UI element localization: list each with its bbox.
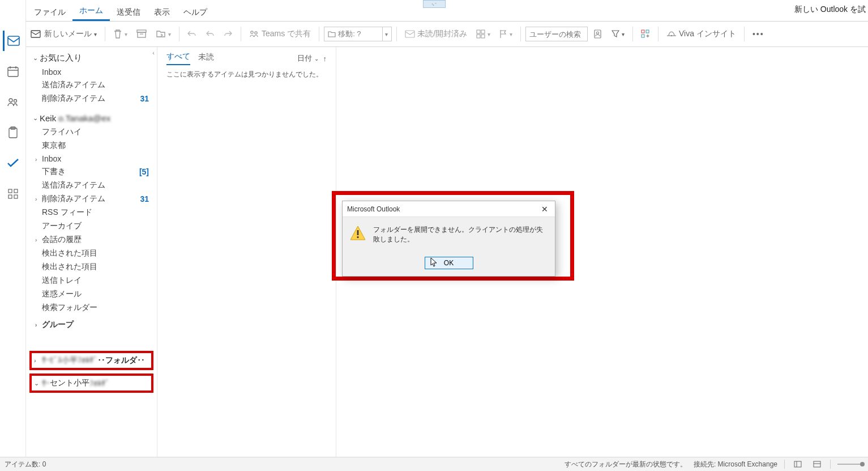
- viva-label: Viva インサイト: [679, 29, 736, 39]
- categorize-button[interactable]: ▾: [473, 24, 494, 44]
- folder-rss[interactable]: RSS フィード: [26, 206, 157, 219]
- collapse-nav-icon[interactable]: ‹: [152, 49, 155, 56]
- folder-deleted-fav[interactable]: 削除済みアイテム31: [26, 92, 157, 105]
- svg-point-4: [251, 31, 253, 33]
- folder-tokyo[interactable]: 東京都: [26, 139, 157, 152]
- try-new-outlook[interactable]: 新しい Outlook を試: [794, 5, 866, 15]
- teams-share-label: Teams で共有: [262, 29, 311, 39]
- undo-button[interactable]: [184, 24, 200, 44]
- separator: [658, 27, 659, 41]
- forward-button[interactable]: [220, 24, 236, 44]
- svg-rect-9: [477, 35, 480, 38]
- favorites-header[interactable]: ⌄お気に入り: [26, 50, 157, 66]
- archive-button[interactable]: [133, 24, 150, 44]
- folder-drafts[interactable]: 下書き[5]: [26, 165, 157, 179]
- separator: [520, 27, 521, 41]
- svg-point-23: [14, 100, 16, 103]
- secondary-account-2[interactable]: ⌄ｻｰ セント小平ﾌｫﾙﾀﾞ: [29, 374, 153, 393]
- move-to-dropdown[interactable]: ▾: [382, 27, 390, 41]
- folder-sent[interactable]: 送信済みアイテム: [26, 179, 157, 192]
- folder-junk[interactable]: 迷惑メール: [26, 287, 157, 301]
- acct3-mid: セント小平: [50, 378, 89, 388]
- folder-outbox[interactable]: 送信トレイ: [26, 274, 157, 287]
- tab-view[interactable]: 表示: [147, 4, 177, 21]
- sort-direction-button[interactable]: ↑: [323, 54, 327, 63]
- folder-inbox[interactable]: ›Inbox: [26, 152, 157, 165]
- svg-rect-27: [14, 189, 18, 193]
- separator: [319, 27, 319, 41]
- message-list-pane: すべて 未読 日付 ⌄ ↑ ここに表示するアイテムは見つかりませんでした。: [157, 47, 336, 457]
- folder-detected-1[interactable]: 検出された項目: [26, 247, 157, 260]
- people-module-icon[interactable]: [3, 92, 23, 112]
- flag-button[interactable]: ▾: [496, 24, 516, 44]
- drafts-count: [5]: [139, 167, 151, 176]
- view-reading-button[interactable]: [811, 459, 823, 469]
- user-search-input[interactable]: [525, 27, 588, 41]
- folder-flyhigh[interactable]: フライハイ: [26, 125, 157, 139]
- folder-deleted[interactable]: ›削除済みアイテム31: [26, 192, 157, 206]
- svg-rect-14: [646, 30, 649, 33]
- tasks-module-icon[interactable]: [3, 122, 23, 143]
- delete-button[interactable]: ▾: [110, 24, 131, 44]
- svg-rect-28: [8, 195, 12, 198]
- folder-sent-fav[interactable]: 送信済みアイテム: [26, 78, 157, 92]
- folder-inbox-fav[interactable]: Inbox: [26, 66, 157, 78]
- svg-rect-6: [405, 31, 414, 37]
- apps-module-icon[interactable]: [3, 184, 23, 204]
- chevron-down-icon: ▾: [510, 31, 512, 37]
- view-normal-button[interactable]: [792, 459, 804, 469]
- zoom-slider[interactable]: [837, 464, 863, 465]
- window-expand-handle[interactable]: ⤡ ˄: [423, 0, 446, 8]
- folder-archive[interactable]: アーカイブ: [26, 219, 157, 233]
- apps-grid-button[interactable]: [638, 24, 653, 44]
- tab-file[interactable]: ファイル: [27, 4, 72, 21]
- separator: [784, 460, 785, 469]
- svg-rect-0: [31, 31, 40, 37]
- filter-all-tab[interactable]: すべて: [166, 52, 190, 65]
- secondary-account-1[interactable]: ›ｻｰﾋﾞｽ小平ﾌｫﾙﾀﾞ‥フォルダ‥: [29, 351, 153, 370]
- tab-help[interactable]: ヘルプ: [177, 4, 214, 21]
- folder-search-folders[interactable]: 検索フォルダー: [26, 301, 157, 315]
- svg-rect-32: [794, 461, 801, 467]
- item-count: アイテム数: 0: [5, 460, 46, 469]
- svg-rect-31: [357, 236, 359, 238]
- svg-rect-18: [8, 67, 18, 77]
- reply-button[interactable]: [202, 24, 218, 44]
- unread-read-button[interactable]: 未読/開封済み: [401, 24, 471, 44]
- move-to-combo[interactable]: 移動: ? ▾: [324, 27, 392, 41]
- todo-checkmark-icon[interactable]: [3, 153, 23, 173]
- teams-share-button[interactable]: Teams で共有: [246, 24, 314, 44]
- svg-rect-13: [642, 30, 644, 33]
- svg-point-12: [597, 32, 599, 34]
- filter-button[interactable]: ▾: [608, 24, 628, 44]
- new-mail-button[interactable]: 新しいメール ▾: [27, 24, 100, 44]
- tab-sendreceive[interactable]: 送受信: [110, 4, 147, 21]
- chevron-down-icon: ▾: [94, 31, 97, 37]
- chevron-down-icon: ▾: [488, 31, 490, 37]
- folder-pane: ‹ ⌄お気に入り Inbox 送信済みアイテム 削除済みアイテム31 ⌄Keik…: [26, 47, 157, 457]
- dialog-close-button[interactable]: ✕: [539, 205, 550, 214]
- tab-home[interactable]: ホーム: [72, 2, 110, 21]
- account-header[interactable]: ⌄Keiko.Tanaka@ex: [26, 111, 157, 125]
- folder-detected-2[interactable]: 検出された項目: [26, 260, 157, 274]
- viva-insights-button[interactable]: Viva インサイト: [663, 24, 739, 44]
- status-bar: アイテム数: 0 すべてのフォルダーが最新の状態です。 接続先: Microso…: [0, 457, 868, 471]
- separator: [105, 27, 105, 41]
- folder-conversation-history[interactable]: ›会話の履歴: [26, 233, 157, 247]
- sort-by-button[interactable]: 日付 ⌄: [297, 53, 319, 63]
- overflow-button[interactable]: •••: [749, 24, 768, 44]
- acct2-tail: ‥フォルダ‥: [97, 355, 145, 366]
- mail-module-icon[interactable]: [3, 31, 23, 51]
- separator: [241, 27, 241, 41]
- svg-rect-34: [814, 461, 820, 467]
- groups-header[interactable]: ›グループ: [26, 318, 157, 332]
- calendar-module-icon[interactable]: [3, 61, 23, 82]
- move-to-label: 移動: ?: [338, 29, 361, 39]
- separator: [744, 27, 745, 41]
- svg-rect-30: [357, 230, 359, 235]
- address-book-button[interactable]: [590, 24, 606, 44]
- svg-rect-29: [14, 195, 18, 198]
- svg-point-5: [255, 32, 257, 34]
- filter-unread-tab[interactable]: 未読: [198, 52, 214, 65]
- move-split-button[interactable]: ▾: [152, 24, 174, 44]
